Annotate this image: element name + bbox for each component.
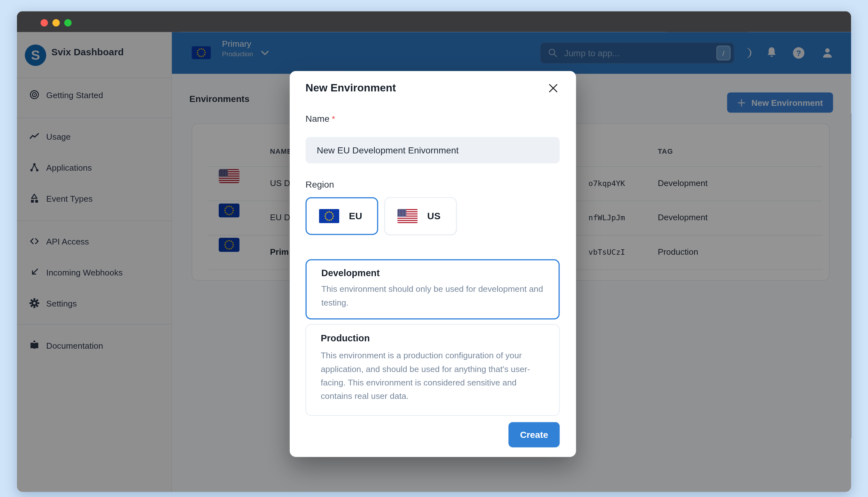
region-code-label: US: [427, 210, 441, 222]
environment-name-input[interactable]: [305, 137, 560, 163]
required-asterisk: *: [332, 114, 335, 123]
close-icon[interactable]: [548, 83, 558, 93]
type-card-title: Production: [321, 333, 370, 344]
type-card-title: Development: [321, 268, 380, 278]
create-button-label: Create: [520, 429, 548, 440]
region-code-label: EU: [349, 210, 362, 222]
create-button[interactable]: Create: [508, 422, 559, 447]
environment-type-production[interactable]: Production This environment is a product…: [305, 324, 560, 416]
us-flag-icon: [397, 209, 417, 223]
app-viewport: S Svix Dashboard Getting Started Usage A…: [17, 32, 851, 492]
screen: S Svix Dashboard Getting Started Usage A…: [0, 0, 868, 497]
name-label-text: Name: [305, 114, 330, 123]
region-field-label: Region: [305, 180, 334, 190]
new-environment-modal: New Environment Name* Region EU US Devel…: [290, 71, 576, 457]
close-window-button[interactable]: [41, 19, 48, 27]
type-card-description: This environment should only be used for…: [321, 282, 548, 309]
type-card-description: This environment is a production configu…: [321, 349, 547, 403]
zoom-window-button[interactable]: [64, 19, 72, 27]
modal-title: New Environment: [305, 82, 396, 94]
window-titlebar: [17, 11, 851, 32]
eu-flag-icon: [319, 209, 339, 223]
region-option-us[interactable]: US: [384, 197, 457, 235]
app-window: S Svix Dashboard Getting Started Usage A…: [17, 11, 851, 492]
environment-type-development[interactable]: Development This environment should only…: [305, 259, 560, 320]
region-option-eu[interactable]: EU: [305, 197, 378, 235]
minimize-window-button[interactable]: [53, 19, 60, 27]
name-field-label: Name*: [305, 114, 336, 124]
